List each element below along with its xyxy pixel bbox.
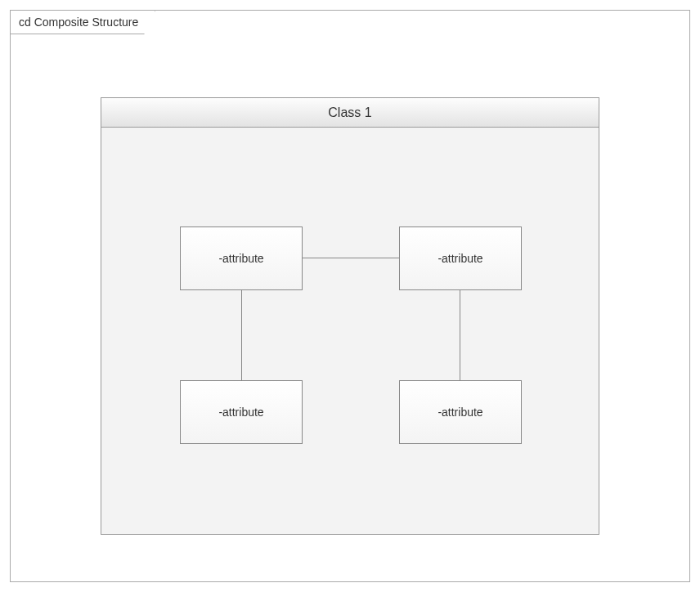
part-label: -attribute — [218, 406, 263, 419]
part-bottom-right[interactable]: -attribute — [399, 380, 522, 444]
connector-top — [303, 258, 399, 258]
part-bottom-left[interactable]: -attribute — [180, 380, 303, 444]
diagram-frame: cd Composite Structure Class 1 -attribut… — [10, 10, 690, 582]
class-name: Class 1 — [328, 105, 371, 120]
part-label: -attribute — [438, 406, 482, 419]
part-label: -attribute — [218, 252, 263, 265]
frame-title-tab: cd Composite Structure — [10, 10, 155, 34]
class-container[interactable]: Class 1 -attribute -attribute -attribute… — [101, 97, 599, 535]
class-header: Class 1 — [101, 98, 599, 128]
connector-left — [241, 290, 242, 380]
connector-right — [460, 290, 460, 380]
part-top-left[interactable]: -attribute — [180, 226, 303, 290]
part-label: -attribute — [438, 252, 482, 265]
part-top-right[interactable]: -attribute — [399, 226, 522, 290]
frame-title: cd Composite Structure — [19, 16, 138, 29]
